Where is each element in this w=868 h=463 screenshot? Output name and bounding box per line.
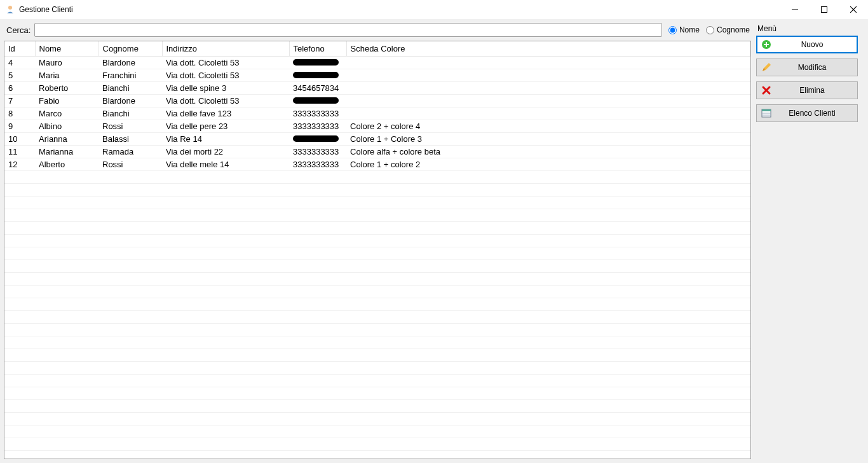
- cell: Balassi: [98, 133, 162, 146]
- table-row[interactable]: 4MauroBlardoneVia dott. Cicoletti 53: [4, 57, 750, 69]
- cell: Via delle spine 3: [162, 82, 289, 95]
- col-cognome[interactable]: Cognome: [98, 41, 162, 57]
- cell: Via dott. Cicoletti 53: [162, 57, 289, 69]
- cell: Albino: [35, 120, 98, 133]
- clients-grid[interactable]: Id Nome Cognome Indirizzo Telefono Sched…: [4, 41, 751, 459]
- elimina-label: Elimina: [772, 86, 852, 95]
- search-mode-group: Nome Cognome: [666, 25, 750, 34]
- list-icon: [761, 107, 772, 119]
- menu-header: Menù: [756, 24, 864, 33]
- col-nome[interactable]: Nome: [35, 41, 98, 57]
- grid-header-row: Id Nome Cognome Indirizzo Telefono Sched…: [4, 41, 750, 57]
- table-row[interactable]: 8MarcoBianchiVia delle fave 123333333333…: [4, 107, 750, 120]
- cell: Colore 1 + Colore 3: [346, 133, 750, 146]
- cell: Alberto: [35, 158, 98, 171]
- cell: [289, 133, 346, 146]
- cell: Maria: [35, 69, 98, 82]
- table-row-empty: [4, 286, 750, 298]
- table-row-empty: [4, 209, 750, 222]
- cell: Via delle pere 23: [162, 120, 289, 133]
- cell: [346, 57, 750, 69]
- table-row[interactable]: 10AriannaBalassiVia Re 14Colore 1 + Colo…: [4, 133, 750, 146]
- cell: Bianchi: [98, 107, 162, 120]
- delete-icon: [761, 85, 772, 96]
- table-row-empty: [4, 387, 750, 400]
- table-row[interactable]: 11MariannaRamadaVia dei morti 2233333333…: [4, 146, 750, 158]
- table-row-empty: [4, 222, 750, 235]
- cell: Mauro: [35, 57, 98, 69]
- col-telefono[interactable]: Telefono: [289, 41, 346, 57]
- table-row-empty: [4, 438, 750, 451]
- search-input[interactable]: [34, 23, 662, 37]
- radio-nome-input[interactable]: [668, 26, 677, 34]
- col-id[interactable]: Id: [4, 41, 35, 57]
- table-row-empty: [4, 336, 750, 349]
- cell: Via delle fave 123: [162, 107, 289, 120]
- radio-nome[interactable]: Nome: [668, 25, 700, 34]
- elimina-button[interactable]: Elimina: [756, 81, 858, 99]
- table-row-empty: [4, 298, 750, 311]
- table-row[interactable]: 7FabioBlardoneVia dott. Cicoletti 53: [4, 95, 750, 107]
- radio-nome-label: Nome: [679, 25, 700, 34]
- cell: Via dei morti 22: [162, 146, 289, 158]
- pencil-icon: [761, 62, 772, 73]
- cell: Ramada: [98, 146, 162, 158]
- cell: Colore 1 + colore 2: [346, 158, 750, 171]
- cell: [346, 69, 750, 82]
- table-row-empty: [4, 349, 750, 362]
- cell: Blardone: [98, 95, 162, 107]
- redacted-phone: [293, 59, 339, 66]
- side-menu: Menù Nuovo Modifica Elimina Elenco Clien…: [756, 23, 864, 459]
- cell: [289, 69, 346, 82]
- table-row[interactable]: 9AlbinoRossiVia delle pere 233333333333C…: [4, 120, 750, 133]
- cell: 11: [4, 146, 35, 158]
- table-row-empty: [4, 311, 750, 324]
- cell: Via dott. Cicoletti 53: [162, 69, 289, 82]
- radio-cognome-label: Cognome: [717, 25, 750, 34]
- redacted-phone: [293, 135, 339, 142]
- cell: [346, 82, 750, 95]
- cell: Via delle mele 14: [162, 158, 289, 171]
- cell: 3333333333: [289, 120, 346, 133]
- svg-point-0: [8, 6, 12, 10]
- search-bar: Cerca: Nome Cognome: [4, 23, 751, 41]
- table-row-empty: [4, 273, 750, 286]
- app-icon: [5, 4, 15, 15]
- modifica-label: Modifica: [772, 63, 852, 72]
- maximize-button[interactable]: [810, 0, 839, 19]
- cell: Rossi: [98, 158, 162, 171]
- cell: 3333333333: [289, 158, 346, 171]
- elenco-button[interactable]: Elenco Clienti: [756, 104, 858, 122]
- table-row[interactable]: 12AlbertoRossiVia delle mele 14333333333…: [4, 158, 750, 171]
- cell: Fabio: [35, 95, 98, 107]
- minimize-button[interactable]: [780, 0, 810, 19]
- cell: Marco: [35, 107, 98, 120]
- table-row-empty: [4, 425, 750, 438]
- redacted-phone: [293, 97, 339, 104]
- col-scheda[interactable]: Scheda Colore: [346, 41, 750, 57]
- modifica-button[interactable]: Modifica: [756, 59, 858, 76]
- svg-rect-2: [822, 7, 827, 13]
- table-row-empty: [4, 184, 750, 197]
- table-row[interactable]: 6RobertoBianchiVia delle spine 334546578…: [4, 82, 750, 95]
- table-row-empty: [4, 197, 750, 209]
- cell: Colore 2 + colore 4: [346, 120, 750, 133]
- cell: [346, 95, 750, 107]
- redacted-phone: [293, 72, 339, 78]
- radio-cognome-input[interactable]: [706, 26, 714, 34]
- cell: 3333333333: [289, 146, 346, 158]
- cell: Via Re 14: [162, 133, 289, 146]
- cell: 8: [4, 107, 35, 120]
- table-row[interactable]: 5MariaFranchiniVia dott. Cicoletti 53: [4, 69, 750, 82]
- close-button[interactable]: [839, 0, 868, 19]
- window-title: Gestione Clienti: [19, 5, 73, 14]
- elenco-label: Elenco Clienti: [772, 109, 852, 118]
- cell: Roberto: [35, 82, 98, 95]
- radio-cognome[interactable]: Cognome: [706, 25, 750, 34]
- nuovo-button[interactable]: Nuovo: [756, 36, 858, 53]
- table-row-empty: [4, 413, 750, 425]
- cell: Marianna: [35, 146, 98, 158]
- cell: 9: [4, 120, 35, 133]
- col-indirizzo[interactable]: Indirizzo: [162, 41, 289, 57]
- table-row-empty: [4, 260, 750, 273]
